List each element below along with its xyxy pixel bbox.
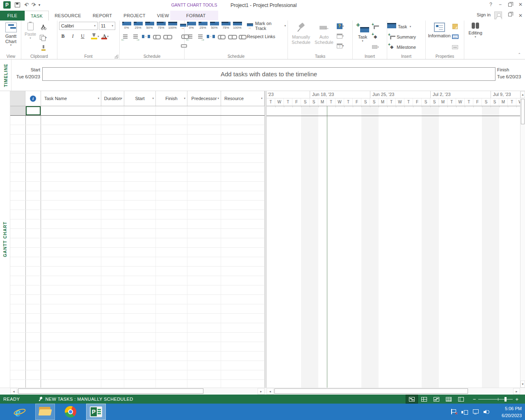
task-cell[interactable]	[156, 106, 187, 115]
redo-button[interactable]: ↷▾	[31, 2, 34, 8]
task-cell[interactable]	[187, 201, 221, 210]
move-task-button[interactable]: ▾	[336, 32, 344, 40]
column-header-task-name[interactable]: Task Name▾	[41, 91, 101, 106]
taskbar-file-explorer[interactable]	[35, 404, 55, 420]
task-row[interactable]	[10, 304, 265, 314]
row-number-cell[interactable]	[10, 201, 25, 210]
task-cell[interactable]	[156, 210, 187, 219]
task-cell[interactable]	[156, 144, 187, 153]
task-cell[interactable]	[41, 267, 101, 276]
task-cell[interactable]	[124, 116, 156, 125]
percent-complete-0%[interactable]: 0%	[186, 22, 196, 30]
column-header-predecessor[interactable]: Predecessor▾	[187, 91, 221, 106]
zoom-in-button[interactable]: +	[513, 396, 521, 402]
task-cell[interactable]	[25, 333, 41, 342]
vertical-scrollbar[interactable]: ▲ ▼	[520, 91, 525, 388]
task-cell[interactable]	[101, 314, 124, 323]
task-cell[interactable]	[187, 285, 221, 294]
undo-button[interactable]: ↶▾	[24, 2, 27, 8]
app-icon[interactable]: P	[3, 1, 11, 9]
task-cell[interactable]	[25, 144, 41, 153]
timeline-pane-strip[interactable]: TIMELINE	[0, 59, 11, 91]
task-cell[interactable]	[101, 191, 124, 200]
insert-summary-button[interactable]	[372, 23, 379, 30]
task-cell[interactable]	[41, 125, 101, 134]
task-cell[interactable]	[41, 248, 101, 257]
row-number-cell[interactable]	[10, 304, 25, 313]
task-row[interactable]	[10, 380, 265, 388]
gantt-chart-pane[interactable]: '23Jun 18, '23Jun 25, '23Jul 2, '23Jul 9…	[267, 91, 520, 388]
minimize-button[interactable]: −	[499, 2, 502, 7]
selected-cell[interactable]	[25, 106, 41, 115]
timeline-pane[interactable]: TIMELINE Start Tue 6/20/23 Add tasks wit…	[0, 59, 525, 91]
task-cell[interactable]	[41, 135, 101, 144]
task-cell[interactable]	[101, 229, 124, 238]
chart-scroll-thumb[interactable]	[274, 388, 468, 394]
mark-on-track-button[interactable]: Mark on Track ▾	[247, 22, 286, 30]
task-cell[interactable]	[124, 370, 156, 379]
task-cell[interactable]	[25, 229, 41, 238]
task-cell[interactable]	[41, 380, 101, 388]
task-row[interactable]	[10, 163, 265, 172]
view-shortcut-gantt[interactable]	[406, 395, 418, 404]
task-cell[interactable]	[101, 370, 124, 379]
task-cell[interactable]	[101, 182, 124, 191]
restore-button[interactable]	[508, 13, 512, 16]
italic-button[interactable]: I	[69, 32, 77, 40]
row-number-cell[interactable]	[10, 314, 25, 323]
customize-qat-button[interactable]: ▾	[39, 3, 40, 7]
task-row[interactable]	[10, 229, 265, 238]
link-tasks-button[interactable]	[153, 32, 160, 40]
row-number-cell[interactable]	[10, 333, 25, 342]
scroll-down-arrow[interactable]: ▼	[520, 381, 525, 388]
task-cell[interactable]	[156, 257, 187, 266]
taskbar-clock[interactable]: 5:06 PM 6/20/2023	[502, 405, 522, 419]
task-cell[interactable]	[187, 116, 221, 125]
close-button[interactable]: ✕	[518, 13, 523, 18]
row-number-cell[interactable]	[10, 380, 25, 388]
link-tasks-button[interactable]	[217, 32, 225, 40]
chart-horizontal-scrollbar[interactable]: ◄ ►	[267, 388, 520, 395]
save-button[interactable]	[15, 2, 20, 7]
task-cell[interactable]	[124, 285, 156, 294]
row-number-cell[interactable]	[10, 257, 25, 266]
task-cell[interactable]	[187, 370, 221, 379]
task-cell[interactable]	[124, 304, 156, 313]
task-cell[interactable]	[101, 267, 124, 276]
task-row[interactable]	[10, 210, 265, 219]
scroll-left-arrow[interactable]: ◄	[267, 388, 274, 395]
percent-complete-50%[interactable]: 50%	[144, 22, 155, 30]
task-cell[interactable]	[124, 229, 156, 238]
task-cell[interactable]	[221, 370, 265, 379]
task-row[interactable]	[10, 153, 265, 163]
column-header-duration[interactable]: Duration▾	[101, 91, 124, 106]
collapse-ribbon-button[interactable]: ⌃	[518, 52, 521, 57]
task-cell[interactable]	[221, 248, 265, 257]
task-cell[interactable]	[156, 370, 187, 379]
task-cell[interactable]	[221, 276, 265, 285]
font-color-button[interactable]: A▾	[101, 32, 109, 40]
volume-icon[interactable]	[484, 409, 490, 415]
task-row[interactable]	[10, 295, 265, 304]
unlink-tasks-button[interactable]	[163, 32, 171, 40]
task-row[interactable]	[10, 182, 265, 191]
task-table[interactable]: i Task Name▾ Duration▾ Start▾ Finish▾ Pr…	[10, 91, 265, 388]
task-cell[interactable]	[101, 106, 124, 115]
task-cell[interactable]	[221, 125, 265, 134]
task-cell[interactable]	[41, 304, 101, 313]
row-number-cell[interactable]	[10, 219, 25, 228]
row-number-cell[interactable]	[10, 248, 25, 257]
network-icon[interactable]	[473, 409, 479, 414]
underline-button[interactable]: U	[79, 32, 87, 40]
chart-body[interactable]	[267, 106, 520, 388]
column-header-start[interactable]: Start▾	[124, 91, 156, 106]
task-cell[interactable]	[41, 295, 101, 304]
task-cell[interactable]	[124, 314, 156, 323]
task-cell[interactable]	[41, 229, 101, 238]
power-icon[interactable]	[461, 409, 468, 414]
tab-project[interactable]: PROJECT	[118, 11, 151, 21]
task-row[interactable]	[10, 106, 265, 116]
task-cell[interactable]	[25, 219, 41, 228]
zoom-out-button[interactable]: −	[470, 396, 479, 402]
task-cell[interactable]	[221, 361, 265, 370]
